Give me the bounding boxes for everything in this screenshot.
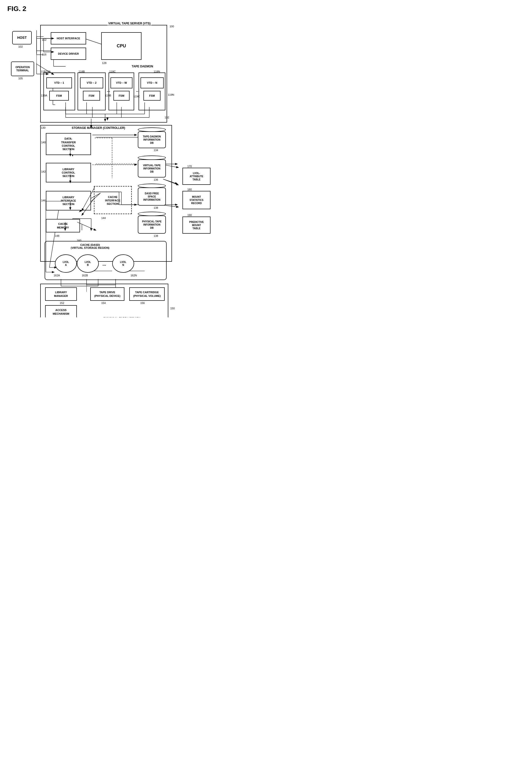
dots3: ... [102, 262, 106, 267]
tape-daemon-info-cylinder: TAPE-DAEMON INFORMATION DB [138, 128, 166, 148]
tape-daemon-label: TAPE DAEMON [132, 65, 153, 68]
ref-105: 105 [18, 77, 23, 80]
ref-119n: 119N [168, 93, 174, 96]
ref-100: 100 [169, 25, 174, 28]
vtdw-label: VTD – W [116, 81, 127, 85]
fsm1-box: FSM [49, 91, 69, 101]
ref-132: 132 [165, 116, 169, 119]
dasd-free-label: DASD FREE SPACE INFORMATION [144, 192, 160, 201]
physical-tape-info-label: PHYSICAL-TAPE INFORMATION DB [142, 220, 162, 230]
host-interface-box: HOST INTERFACE [51, 32, 86, 44]
vtd1-box: VTD – 1 [46, 78, 72, 88]
host-label: HOST [17, 35, 27, 40]
host-box: HOST [12, 31, 32, 44]
lvol-n-oval: LVOL N [112, 254, 134, 273]
ref-180: 180 [187, 188, 192, 191]
ref-102: 102 [18, 45, 23, 48]
physical-tape-info-cylinder: PHYSICAL-TAPE INFORMATION DB [138, 212, 166, 234]
ref-160: 160 [77, 239, 81, 242]
ref-144: 144 [101, 216, 106, 220]
ref-142: 142 [41, 170, 46, 173]
host-interface-label: HOST INTERFACE [57, 37, 80, 40]
predictive-mount-label: PREDICTIVE MOUNT TABLE [189, 221, 204, 230]
fsmw-box: FSM [113, 91, 129, 101]
lvol-n-label: LVOL N [120, 261, 126, 266]
fsmw-label: FSM [118, 94, 124, 97]
mount-statistics-box: MOUNT STATISTICS RECORD [182, 191, 211, 209]
lvol-b-label: LVOL B [85, 261, 91, 266]
mount-statistics-label: MOUNT STATISTICS RECORD [190, 195, 203, 205]
vtd2-box: VTD – 2 [80, 78, 103, 88]
library-control-label: LIBRARY CONTROL SECTION [62, 167, 75, 178]
library-manager-box: LIBRARY MANAGER [45, 287, 77, 301]
cache-dasd-label: CACHE (DASD) (VIRTUAL STORAGE REGION) [71, 243, 110, 249]
ref-138: 138 [154, 234, 158, 237]
tape-drive-box: TAPE DRIVE (PHYSICAL DEVICE) [90, 287, 124, 301]
lvol-a-oval: LVOL A [55, 254, 77, 273]
operation-terminal-label: OPERATION TERMINAL [15, 66, 30, 72]
ref-152: 152 [60, 301, 64, 304]
vts-label: VIRTUAL TAPE SERVER (VTS) [107, 22, 152, 25]
ref-156: 156 [140, 301, 145, 304]
lvol-a-label: LVOL A [63, 261, 69, 266]
ref-116: 116 [42, 53, 46, 56]
cache-memory-box: CACHE MEMORY [46, 219, 80, 232]
ref-146: 146 [41, 199, 46, 202]
storage-manager-label: STORAGE MANAGER (CONTROLLER) [71, 126, 126, 130]
data-transfer-label: DATA- TRANSFER CONTROL SECTION [61, 137, 76, 151]
vtdw-box: VTD – W [110, 78, 132, 88]
ref-190: 190 [187, 213, 192, 216]
access-mechanism-box: ACCESS MECHANISM [45, 305, 77, 318]
cache-memory-label: CACHE MEMORY [57, 222, 69, 229]
ref-128: 128 [102, 61, 106, 64]
physical-tape-library-label: PHYSICAL TAPE LIBRARY [102, 316, 141, 318]
ref-162n: 162N [130, 274, 137, 277]
ref-118b: 118B [78, 70, 85, 73]
operation-terminal-box: OPERATION TERMINAL [11, 61, 34, 76]
virtual-tape-info-cylinder: VIRTUAL-TAPE INFORMATION DB [138, 155, 166, 178]
dasd-free-cylinder: DASD FREE SPACE INFORMATION [138, 184, 166, 205]
ref-118c: 118C [109, 70, 116, 73]
fig-title: FIG. 2 [7, 5, 215, 13]
vtdn-box: VTD – N [141, 78, 164, 88]
fsmn-box: FSM [144, 91, 160, 101]
ref-154: 154 [101, 301, 106, 304]
ref-170: 170 [187, 165, 192, 168]
ref-118a: 118A [44, 70, 51, 73]
ref-162a: 162A [54, 274, 60, 277]
cache-interface-label: CACHE INTERFACE SECTION [96, 190, 130, 211]
ref-140: 140 [41, 141, 46, 144]
tape-cartridge-label: TAPE CARTRIDGE (PHYSICAL VOLUME) [133, 291, 161, 298]
lvol-attribute-box: LVOL- ATTRIBUTE TABLE [182, 168, 211, 185]
fsmn-label: FSM [149, 94, 155, 97]
lvol-attribute-label: LVOL- ATTRIBUTE TABLE [190, 172, 203, 181]
ref-118n: 118N [154, 70, 160, 73]
library-manager-label: LIBRARY MANAGER [54, 291, 68, 298]
virtual-tape-info-label: VIRTUAL-TAPE INFORMATION DB [143, 164, 161, 173]
cpu-label: CPU [117, 43, 126, 49]
ref-150: 150 [170, 307, 175, 310]
access-mechanism-label: ACCESS MECHANISM [53, 308, 69, 315]
data-transfer-box: DATA- TRANSFER CONTROL SECTION [46, 133, 91, 155]
library-interface-label: LIBRARY INTERFACE SECTION [61, 196, 76, 206]
ref-130: 130 [41, 126, 45, 129]
ref-112: 112 [42, 38, 46, 41]
ref-138-above: 138 [154, 206, 158, 209]
predictive-mount-box: PREDICTIVE MOUNT TABLE [182, 216, 211, 234]
ref-119a: 119A [41, 94, 47, 97]
library-interface-box: LIBRARY INTERFACE SECTION [46, 191, 91, 210]
vtd1-label: VTD – 1 [54, 81, 64, 85]
ref-119b: 119B [105, 94, 111, 97]
vtd2-label: VTD – 2 [87, 81, 96, 85]
fsm1-label: FSM [56, 94, 62, 97]
lvol-b-oval: LVOL B [77, 254, 99, 273]
vtdn-label: VTD – N [147, 81, 157, 85]
device-driver-label: DEVICE DRIVER [58, 52, 79, 55]
ref-162b: 162B [82, 274, 88, 277]
device-driver-box: DEVICE DRIVER [51, 48, 86, 60]
ref-136: 136 [154, 178, 158, 181]
fsm2-label: FSM [89, 94, 94, 97]
library-control-box: LIBRARY CONTROL SECTION [46, 163, 91, 182]
tape-cartridge-box: TAPE CARTRIDGE (PHYSICAL VOLUME) [129, 287, 165, 301]
ref-134: 134 [154, 149, 158, 152]
